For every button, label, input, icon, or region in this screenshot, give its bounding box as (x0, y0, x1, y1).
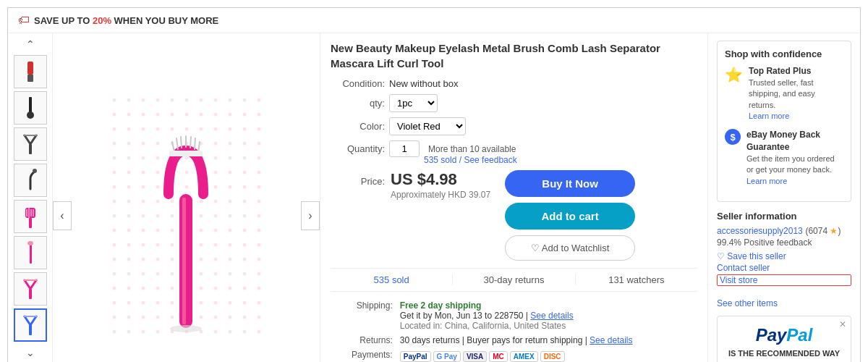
payment-icons: PayPal G Pay VISA MC AMEX DISC (400, 351, 693, 362)
gpay-badge: G Pay (433, 351, 461, 362)
seller-name-row: accessoriesupply2013 (6074 ★) (717, 225, 851, 236)
top-banner: 🏷 SAVE UP TO 20% WHEN YOU BUY MORE (8, 8, 860, 33)
shipping-see-details-link[interactable]: See details (530, 311, 573, 321)
quantity-label: Quantity: (331, 143, 385, 154)
product-details: New Beauty Makeup Eyelash Metal Brush Co… (320, 33, 708, 362)
thumbnail-2[interactable] (14, 91, 47, 125)
svg-point-3 (27, 111, 34, 119)
seller-name-link[interactable]: accessoriesupply2013 (717, 226, 803, 236)
shipping-value: Free 2 day shipping Get it by Mon, Jun 1… (397, 299, 696, 332)
color-label: Color: (331, 121, 385, 132)
thumbnail-1[interactable] (14, 55, 47, 88)
price-label: Price: (331, 176, 385, 187)
condition-row: Condition: New without box (331, 78, 697, 89)
payments-row: Payments: PayPal G Pay VISA MC AMEX DISC (332, 348, 696, 362)
stats-bar: 535 sold 30-day returns 131 watchers (331, 268, 697, 292)
add-to-cart-button[interactable]: Add to cart (505, 203, 635, 230)
buy-now-button[interactable]: Buy It Now (505, 170, 635, 197)
prev-image-button[interactable]: ‹ (53, 201, 72, 230)
svg-rect-7 (29, 218, 32, 228)
payments-value: PayPal G Pay VISA MC AMEX DISC (397, 348, 696, 362)
ad-close-button[interactable]: ✕ (839, 319, 846, 329)
thumbnail-3[interactable] (14, 127, 47, 161)
see-other-items-link[interactable]: See other items (717, 298, 851, 308)
thumbnail-5[interactable] (14, 200, 47, 233)
discover-badge: DISC (540, 351, 565, 362)
paypal-badge: PayPal (400, 351, 431, 362)
price-section: Price: US $4.98 Approximately HKD 39.07 (331, 170, 490, 200)
seller-star: ★ (830, 226, 838, 236)
stat-returns: 30-day returns (453, 274, 575, 285)
page-container: 🏷 SAVE UP TO 20% WHEN YOU BUY MORE ⌃ (7, 7, 861, 362)
qty-label: qty: (331, 98, 385, 109)
svg-point-14 (27, 241, 33, 245)
quantity-info: More than 10 available 535 sold / See fe… (424, 143, 517, 165)
tag-icon: 🏷 (18, 14, 30, 27)
sold-link[interactable]: 535 sold (424, 155, 456, 165)
returns-text: 30 days returns | Buyer pays for return … (400, 335, 587, 345)
banner-prefix: SAVE UP TO (34, 15, 93, 26)
svg-rect-4 (29, 144, 32, 154)
contact-seller-link[interactable]: Contact seller (717, 263, 851, 273)
shipping-label: Shipping: (332, 299, 396, 332)
svg-rect-1 (27, 75, 33, 82)
svg-rect-0 (27, 62, 33, 75)
shipping-location: Located in: China, California, United St… (400, 321, 566, 331)
top-rated-title: Top Rated Plus (749, 65, 843, 77)
buttons-section: Buy It Now Add to cart ♡ Add to Watchlis… (505, 170, 635, 261)
quantity-row: Quantity: More than 10 available 535 sol… (331, 140, 697, 165)
quantity-available: More than 10 available (428, 144, 516, 154)
add-to-watchlist-button[interactable]: ♡ Add to Watchlist (505, 235, 635, 261)
price-usd: US $4.98 (391, 170, 457, 189)
thumbnail-6[interactable] (14, 236, 47, 269)
svg-point-31 (170, 325, 202, 332)
confidence-title: Shop with confidence (725, 49, 843, 59)
visa-badge: VISA (463, 351, 487, 362)
learn-more-link-1[interactable]: Learn more (749, 111, 789, 120)
confidence-box: Shop with confidence ⭐ Top Rated Plus Tr… (717, 41, 851, 202)
thumbnail-7[interactable] (14, 272, 47, 306)
visit-store-link[interactable]: Visit store (717, 274, 851, 286)
info-table: Shipping: Free 2 day shipping Get it by … (331, 298, 697, 362)
paypal-logo: PayPal (726, 325, 842, 345)
next-image-button[interactable]: › (301, 201, 320, 230)
thumbnail-8[interactable] (14, 308, 47, 342)
learn-more-link-2[interactable]: Learn more (746, 177, 787, 185)
condition-label: Condition: (331, 78, 385, 89)
svg-rect-22 (182, 198, 186, 324)
paypal-ad-text: IS THE RECOMMENDED WAY TO PAY ON EBAY (726, 348, 842, 362)
price-and-buttons: Price: US $4.98 Approximately HKD 39.07 … (331, 170, 697, 261)
stat-sold: 535 sold (331, 274, 453, 285)
returns-value: 30 days returns | Buyer pays for return … (397, 334, 696, 347)
banner-text: SAVE UP TO 20% WHEN YOU BUY MORE (34, 15, 218, 26)
quantity-input[interactable] (389, 140, 420, 157)
returns-see-details-link[interactable]: See details (590, 335, 632, 345)
svg-point-6 (33, 169, 37, 173)
seller-rating: (6074 ★) (805, 226, 841, 236)
save-seller-link[interactable]: ♡ Save this seller (717, 251, 851, 261)
main-image-area: ‹ (53, 33, 320, 362)
condition-value: New without box (389, 78, 458, 89)
thumbnail-column: ⌃ (8, 33, 53, 362)
feedback-link[interactable]: See feedback (464, 155, 516, 165)
thumbnail-4[interactable] (14, 164, 47, 197)
thumb-down-nav[interactable]: ⌄ (8, 345, 52, 361)
paypal-ad: ✕ PayPal IS THE RECOMMENDED WAY TO PAY O… (717, 316, 851, 362)
confidence-text-1: Top Rated Plus Trusted seller, fast ship… (749, 65, 843, 122)
color-select[interactable]: Violet RedBlackPinkBlue (389, 117, 466, 135)
svg-rect-17 (29, 325, 32, 335)
shipping-detail: Get it by Mon, Jun 13 to 228750 | See de… (400, 311, 574, 321)
seller-links: ♡ Save this seller Contact seller Visit … (717, 251, 851, 308)
svg-rect-30 (169, 151, 203, 156)
qty-select[interactable]: 1pc2pc3pc4pc5pc (389, 94, 438, 112)
product-image (107, 93, 266, 339)
banner-suffix: WHEN YOU BUY MORE (111, 15, 218, 26)
seller-title: Seller information (717, 211, 851, 222)
payments-label: Payments: (332, 348, 396, 362)
thumb-up-nav[interactable]: ⌃ (8, 36, 52, 52)
svg-line-27 (190, 137, 191, 148)
returns-row: Returns: 30 days returns | Buyer pays fo… (332, 334, 696, 347)
confidence-item-2: $ eBay Money Back Guarantee Get the item… (725, 129, 843, 187)
confidence-item-1: ⭐ Top Rated Plus Trusted seller, fast sh… (725, 65, 843, 122)
qty-row: qty: 1pc2pc3pc4pc5pc (331, 94, 697, 112)
